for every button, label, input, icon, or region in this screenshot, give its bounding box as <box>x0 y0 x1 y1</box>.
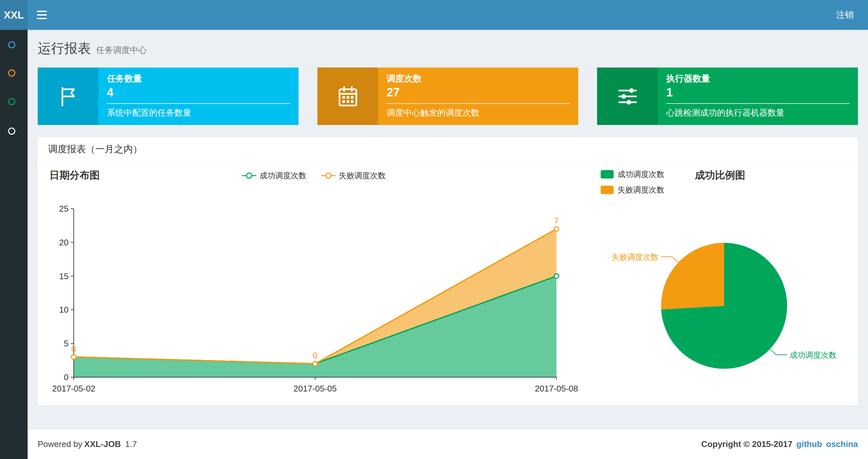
card-label: 执行器数量 <box>666 73 849 85</box>
svg-text:0: 0 <box>71 344 76 354</box>
card-value: 27 <box>386 86 570 99</box>
svg-text:7: 7 <box>554 216 559 226</box>
pie-legend-swatch-success <box>601 170 614 178</box>
card-label: 任务数量 <box>107 73 290 85</box>
navbar-spacer <box>56 0 822 30</box>
top-navbar: XXL 注销 <box>0 0 868 30</box>
page-header: 运行报表 任务调度中心 <box>28 30 868 66</box>
page-subtitle: 任务调度中心 <box>96 44 147 56</box>
report-panel: 调度报表（一月之内） 日期分布图 成功调度次数 失败调度次数 051015202… <box>38 137 858 405</box>
pie-legend-item-fail[interactable]: 失败调度次数 <box>601 185 664 195</box>
sidebar-item-4[interactable] <box>8 128 15 135</box>
sidebar-toggle-button[interactable] <box>28 0 56 30</box>
flag-icon <box>38 67 98 125</box>
line-chart-title: 日期分布图 <box>50 168 100 182</box>
svg-text:0: 0 <box>313 351 317 360</box>
page-title: 运行报表 <box>38 40 91 58</box>
panel-title: 调度报表（一月之内） <box>38 137 858 161</box>
footer: Powered byXXL-JOB 1.7 Copyright © 2015-2… <box>28 429 868 459</box>
line-legend-marker-fail <box>321 171 336 180</box>
product-name: XXL-JOB <box>84 439 121 449</box>
github-link[interactable]: github <box>796 439 822 449</box>
footer-copyright: Copyright © 2015-2017 github oschina <box>701 439 858 449</box>
svg-text:0: 0 <box>64 372 68 382</box>
sidebar-item-1[interactable] <box>8 41 15 48</box>
sidebar-item-2[interactable] <box>8 69 15 76</box>
card-divider <box>386 103 570 104</box>
legend-item-success[interactable]: 成功调度次数 <box>242 170 306 181</box>
svg-text:25: 25 <box>59 204 68 214</box>
svg-text:成功调度次数: 成功调度次数 <box>790 351 836 359</box>
card-job-count: 任务数量 4 系统中配置的任务数量 <box>38 67 299 125</box>
sidebar <box>0 30 28 459</box>
svg-text:2017-05-05: 2017-05-05 <box>294 384 337 393</box>
card-trigger-count: 调度次数 27 调度中心触发的调度次数 <box>317 67 578 125</box>
card-description: 系统中配置的任务数量 <box>107 107 290 119</box>
main-content: 运行报表 任务调度中心 任务数量 4 系统中配置的任务数量 <box>28 30 868 459</box>
sliders-icon <box>597 67 658 125</box>
date-distribution-chart: 05101520252017-05-022017-05-052017-05-08… <box>48 193 587 400</box>
card-value: 4 <box>107 86 290 99</box>
svg-text:10: 10 <box>59 305 68 315</box>
card-description: 调度中心触发的调度次数 <box>386 107 570 119</box>
pie-legend-item-success[interactable]: 成功调度次数 <box>601 169 664 179</box>
card-value: 1 <box>666 86 849 99</box>
sidebar-item-3[interactable] <box>8 98 15 105</box>
hamburger-icon <box>37 11 47 12</box>
card-divider <box>666 103 849 104</box>
svg-text:15: 15 <box>59 271 68 281</box>
logout-button[interactable]: 注销 <box>822 0 868 30</box>
svg-text:20: 20 <box>59 238 68 248</box>
summary-cards: 任务数量 4 系统中配置的任务数量 <box>38 67 858 125</box>
line-legend-marker-success <box>242 171 256 180</box>
pie-chart-title: 成功比例图 <box>695 168 745 182</box>
line-chart-legend: 成功调度次数 失败调度次数 <box>200 170 428 181</box>
oschina-link[interactable]: oschina <box>826 439 858 449</box>
card-label: 调度次数 <box>386 73 570 85</box>
svg-text:2017-05-08: 2017-05-08 <box>535 384 578 393</box>
calendar-icon <box>317 67 378 125</box>
card-divider <box>107 103 290 104</box>
pie-legend-swatch-fail <box>601 186 614 194</box>
product-version: 1.7 <box>125 439 137 449</box>
success-ratio-pie-chart: 成功调度次数失败调度次数 <box>594 230 854 399</box>
card-executor-count: 执行器数量 1 心跳检测成功的执行器机器数量 <box>597 67 858 125</box>
footer-powered-by: Powered byXXL-JOB 1.7 <box>38 439 139 449</box>
legend-item-fail[interactable]: 失败调度次数 <box>321 170 385 181</box>
svg-text:5: 5 <box>64 338 68 348</box>
pie-chart-legend: 成功调度次数 失败调度次数 <box>601 169 664 195</box>
app-logo[interactable]: XXL <box>0 0 28 30</box>
svg-text:2017-05-02: 2017-05-02 <box>52 384 95 393</box>
svg-text:失败调度次数: 失败调度次数 <box>612 253 658 261</box>
card-description: 心跳检测成功的执行器机器数量 <box>666 107 849 119</box>
